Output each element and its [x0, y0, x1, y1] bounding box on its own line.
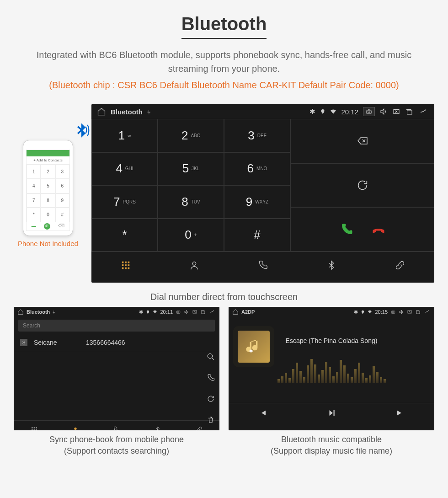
- volume-icon[interactable]: [184, 309, 189, 315]
- nav-keypad[interactable]: [14, 421, 55, 430]
- call-icon[interactable]: [207, 374, 215, 382]
- delete-icon[interactable]: [207, 416, 215, 424]
- usb-icon: ⏚: [147, 108, 150, 115]
- svg-point-15: [177, 311, 179, 313]
- dialer-caption: Dial number direct from touchscreen: [0, 287, 448, 307]
- svg-rect-21: [36, 427, 37, 428]
- recents-icon[interactable]: [200, 309, 206, 315]
- phone-mockup: + Add to Contacts 123 456 789 *0# ▬ ✆ ⌫: [23, 140, 73, 236]
- dial-key-0[interactable]: 0+: [158, 219, 224, 252]
- svg-rect-12: [128, 267, 130, 269]
- nav-bluetooth[interactable]: [297, 252, 366, 278]
- sync-icon[interactable]: [207, 395, 215, 403]
- call-button[interactable]: [340, 223, 353, 236]
- nav-contacts[interactable]: [55, 421, 96, 430]
- clock-time: 20:11: [160, 309, 173, 315]
- usb-icon: ⏚: [53, 310, 55, 314]
- status-title: Bluetooth: [27, 309, 50, 315]
- nav-keypad[interactable]: [91, 252, 160, 278]
- dial-key-4[interactable]: 4GHI: [91, 152, 158, 186]
- svg-rect-5: [125, 261, 127, 263]
- prev-track-button[interactable]: [229, 403, 297, 422]
- album-art: ✱: [238, 331, 270, 363]
- wifi-icon: [330, 108, 336, 115]
- contact-name: Seicane: [34, 339, 80, 346]
- camera-icon[interactable]: [176, 310, 181, 314]
- contact-badge: S: [20, 339, 27, 346]
- contact-number: 13566664466: [86, 339, 125, 346]
- svg-point-30: [392, 311, 394, 313]
- svg-rect-10: [122, 267, 124, 269]
- nav-contacts[interactable]: [160, 252, 229, 278]
- dial-key-#[interactable]: #: [224, 219, 290, 252]
- visualizer: [277, 355, 386, 383]
- play-pause-button[interactable]: [297, 403, 366, 422]
- location-icon: [146, 310, 150, 314]
- wifi-icon: [368, 310, 372, 314]
- recents-icon[interactable]: [405, 107, 413, 116]
- home-icon[interactable]: [17, 309, 24, 315]
- hangup-button[interactable]: [372, 223, 385, 236]
- dial-key-5[interactable]: 5JKL: [158, 152, 224, 186]
- svg-text:✱: ✱: [249, 348, 253, 353]
- dial-key-2[interactable]: 2ABC: [158, 119, 224, 152]
- dial-key-6[interactable]: 6MNO: [224, 152, 290, 186]
- svg-rect-7: [122, 264, 124, 266]
- dial-key-*[interactable]: *: [91, 219, 158, 252]
- svg-rect-24: [36, 429, 37, 430]
- home-icon[interactable]: [97, 107, 106, 116]
- svg-rect-3: [407, 110, 412, 114]
- camera-icon[interactable]: [363, 107, 375, 116]
- dial-key-7[interactable]: 7PQRS: [91, 185, 158, 219]
- svg-rect-32: [416, 311, 420, 314]
- bluetooth-status-icon: ✱: [354, 309, 358, 315]
- svg-rect-20: [34, 427, 35, 428]
- nav-bluetooth[interactable]: [137, 421, 178, 430]
- svg-rect-19: [32, 427, 33, 428]
- status-title: A2DP: [241, 309, 255, 315]
- contact-row[interactable]: S Seicane 13566664466: [14, 334, 219, 351]
- volume-icon[interactable]: [399, 309, 404, 315]
- camera-icon[interactable]: [390, 310, 396, 314]
- phone-add-contacts: + Add to Contacts: [27, 156, 69, 165]
- nav-recents[interactable]: [96, 421, 137, 430]
- nav-recents[interactable]: [229, 252, 297, 278]
- location-icon: [320, 109, 325, 114]
- page-title: Bluetooth: [181, 14, 267, 39]
- location-icon: [361, 310, 365, 314]
- svg-rect-8: [125, 264, 127, 266]
- close-app-icon[interactable]: [192, 309, 197, 315]
- search-input[interactable]: Search: [18, 320, 215, 332]
- dialer-screen: Bluetooth ⏚ ✱ 20:12 1∞2ABC3DEF4GHI5JKL6M…: [91, 104, 434, 283]
- close-app-icon[interactable]: [407, 309, 412, 315]
- back-icon[interactable]: [423, 309, 431, 315]
- volume-icon[interactable]: [379, 107, 388, 116]
- next-track-button[interactable]: [366, 403, 434, 422]
- music-caption-2: (Support display music file name): [232, 445, 431, 457]
- search-icon[interactable]: [207, 353, 215, 361]
- back-icon[interactable]: [208, 309, 216, 315]
- contacts-caption-1: Sync phone-book from mobile phone: [17, 434, 216, 445]
- wifi-icon: [153, 310, 157, 314]
- recents-icon[interactable]: [415, 309, 421, 315]
- dial-key-8[interactable]: 8TUV: [158, 185, 224, 219]
- clock-time: 20:15: [375, 309, 388, 315]
- dial-key-3[interactable]: 3DEF: [224, 119, 290, 152]
- redial-button[interactable]: [356, 179, 369, 192]
- bluetooth-status-icon: ✱: [309, 107, 315, 116]
- dial-key-1[interactable]: 1∞: [91, 119, 158, 152]
- svg-point-1: [368, 111, 370, 113]
- dial-key-9[interactable]: 9WXYZ: [224, 185, 290, 219]
- nav-pair[interactable]: [366, 252, 434, 278]
- page-subtitle: Integrated with BC6 Bluetooth module, su…: [9, 48, 439, 75]
- close-app-icon[interactable]: [392, 107, 400, 116]
- back-icon[interactable]: [418, 107, 429, 116]
- phone-not-included-label: Phone Not Included: [14, 240, 82, 247]
- contacts-screen: Bluetooth ⏚ ✱ 20:11 Search S: [14, 307, 219, 430]
- svg-rect-6: [128, 261, 130, 263]
- clock-time: 20:12: [341, 108, 358, 116]
- svg-rect-11: [125, 267, 127, 269]
- music-screen: A2DP ✱ 20:15 ✱ Escape (The Pina Col: [229, 307, 434, 430]
- home-icon[interactable]: [232, 309, 239, 315]
- backspace-button[interactable]: [355, 135, 370, 146]
